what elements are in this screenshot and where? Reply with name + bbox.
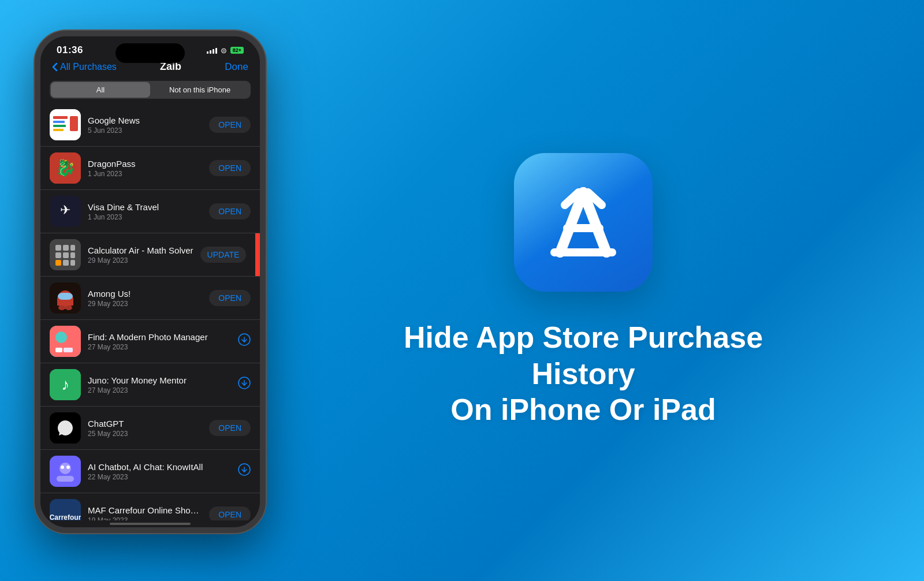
app-info: AI Chatbot, AI Chat: KnowItAll 22 May 20…	[88, 462, 231, 481]
svg-rect-3	[53, 125, 66, 127]
svg-text:✈: ✈	[60, 203, 70, 217]
svg-text:♪: ♪	[61, 375, 69, 393]
open-button[interactable]: OPEN	[209, 160, 251, 176]
scroll-indicator	[110, 523, 191, 525]
chevron-left-icon	[52, 62, 58, 72]
status-time: 01:36	[57, 44, 83, 56]
app-action[interactable]: OPEN	[209, 160, 251, 176]
svg-rect-19	[70, 260, 75, 266]
download-button[interactable]	[238, 377, 251, 393]
app-date: 29 May 2023	[88, 300, 202, 308]
app-date: 1 Jun 2023	[88, 213, 202, 221]
app-name: Juno: Your Money Mentor	[88, 375, 231, 385]
app-action[interactable]: OPEN	[209, 290, 251, 306]
open-button[interactable]: OPEN	[209, 420, 251, 436]
app-icon-carrefour: Carrefour	[50, 499, 81, 520]
app-info: MAF Carrefour Online Shopping 19 May 202…	[88, 505, 202, 521]
done-button[interactable]: Done	[225, 61, 248, 73]
update-button[interactable]: UPDATE	[200, 247, 247, 263]
app-action[interactable]	[238, 463, 251, 479]
svg-rect-14	[55, 252, 61, 258]
list-item-swiped: Calculator Air - Math Solver 29 May 2023…	[40, 233, 260, 277]
app-name: Calculator Air - Math Solver	[88, 245, 193, 255]
app-date: 5 Jun 2023	[88, 126, 202, 135]
segment-not-on-iphone[interactable]: Not on this iPhone	[150, 82, 249, 98]
headline-line1: Hide App Store Purchase History	[404, 321, 763, 390]
app-icon-find	[50, 326, 81, 357]
app-list: Google News 5 Jun 2023 OPEN 🐉	[40, 103, 260, 520]
svg-point-39	[61, 465, 64, 469]
app-date: 1 Jun 2023	[88, 170, 202, 178]
svg-rect-5	[70, 116, 78, 131]
svg-rect-18	[63, 260, 69, 266]
app-icon-google-news	[50, 109, 81, 140]
right-content: Hide App Store Purchase History On iPhon…	[243, 130, 924, 450]
app-date: 27 May 2023	[88, 386, 231, 394]
app-icon-calculator	[50, 239, 81, 270]
app-name: Visa Dine & Travel	[88, 202, 202, 212]
download-button[interactable]	[238, 463, 251, 479]
signal-icon	[207, 47, 217, 54]
list-item: ♪ Juno: Your Money Mentor 27 May 2023	[40, 363, 260, 407]
app-info: Juno: Your Money Mentor 27 May 2023	[88, 375, 231, 394]
segment-all[interactable]: All	[51, 82, 150, 98]
app-icon-juno: ♪	[50, 369, 81, 400]
svg-text:Carrefour: Carrefour	[50, 513, 81, 520]
app-date: 19 May 2023	[88, 516, 202, 521]
hide-button[interactable]: Hide	[255, 233, 260, 276]
app-date: 29 May 2023	[88, 256, 193, 265]
svg-point-24	[65, 306, 72, 310]
list-item: Carrefour MAF Carrefour Online Shopping …	[40, 493, 260, 520]
app-name: AI Chatbot, AI Chat: KnowItAll	[88, 462, 231, 472]
svg-point-23	[58, 306, 65, 310]
app-content: Calculator Air - Math Solver 29 May 2023…	[40, 233, 255, 276]
app-action[interactable]	[238, 333, 251, 349]
list-item: Among Us! 29 May 2023 OPEN	[40, 277, 260, 320]
app-icon-ai-chatbot	[50, 456, 81, 487]
phone-mockup: 01:36 ⊜ 82+ All Purchases Zaib	[35, 31, 277, 550]
svg-rect-11	[55, 245, 61, 251]
app-info: ChatGPT 25 May 2023	[88, 419, 202, 438]
svg-rect-12	[63, 245, 69, 251]
app-action[interactable]: UPDATE	[200, 247, 247, 263]
app-date: 22 May 2023	[88, 473, 231, 481]
download-button[interactable]	[238, 333, 251, 349]
app-icon-dragonpass: 🐉	[50, 152, 81, 184]
svg-rect-13	[70, 245, 75, 251]
open-button[interactable]: OPEN	[209, 117, 251, 133]
app-icon-chatgpt	[50, 412, 81, 444]
app-info: DragonPass 1 Jun 2023	[88, 159, 202, 178]
open-button[interactable]: OPEN	[209, 290, 251, 306]
status-icons: ⊜ 82+	[207, 46, 244, 55]
app-icon-visa: ✈	[50, 196, 81, 227]
svg-point-27	[55, 332, 67, 343]
app-info: Google News 5 Jun 2023	[88, 116, 202, 135]
app-action[interactable]: OPEN	[209, 506, 251, 520]
svg-rect-17	[55, 260, 61, 266]
app-action[interactable]	[238, 377, 251, 393]
app-name: Google News	[88, 116, 202, 125]
svg-rect-25	[58, 293, 73, 300]
headline-line2: On iPhone Or iPad	[450, 393, 716, 426]
app-name: Among Us!	[88, 289, 202, 299]
app-store-icon	[526, 165, 641, 280]
app-name: MAF Carrefour Online Shopping	[88, 505, 202, 515]
svg-text:🐉: 🐉	[55, 158, 76, 177]
page-headline: Hide App Store Purchase History On iPhon…	[381, 319, 785, 427]
svg-rect-15	[63, 252, 69, 258]
segment-control[interactable]: All Not on this iPhone	[50, 81, 251, 99]
list-item: ✈ Visa Dine & Travel 1 Jun 2023 OPEN	[40, 190, 260, 233]
app-date: 27 May 2023	[88, 343, 231, 351]
app-info: Among Us! 29 May 2023	[88, 289, 202, 308]
back-button[interactable]: All Purchases	[52, 62, 117, 72]
app-date: 25 May 2023	[88, 430, 202, 438]
dynamic-island	[116, 43, 185, 63]
app-action[interactable]: OPEN	[209, 203, 251, 219]
app-action[interactable]: OPEN	[209, 117, 251, 133]
app-action[interactable]: OPEN	[209, 420, 251, 436]
list-item: Find: A Modern Photo Manager 27 May 2023	[40, 320, 260, 363]
app-info: Find: A Modern Photo Manager 27 May 2023	[88, 332, 231, 351]
open-button[interactable]: OPEN	[209, 203, 251, 219]
open-button[interactable]: OPEN	[209, 506, 251, 520]
svg-rect-4	[53, 129, 64, 131]
